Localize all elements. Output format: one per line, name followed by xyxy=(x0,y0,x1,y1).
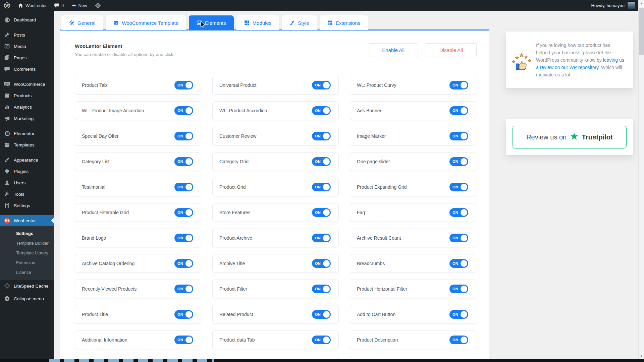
toggle-knob xyxy=(461,209,467,216)
toggle-product-filter[interactable]: ON xyxy=(312,285,331,293)
toggle-knob xyxy=(461,82,467,88)
scroll-up-arrow[interactable]: ▲ xyxy=(639,2,644,5)
scrollbar[interactable]: ▲ ▼ xyxy=(638,0,644,362)
submenu-item-template-library[interactable]: Template Library xyxy=(0,248,54,258)
toggle-ads-banner[interactable]: ON xyxy=(449,106,468,115)
element-card-archive-title: Archive Title ON xyxy=(212,254,339,273)
toggle-wl-product-image-accordion[interactable]: ON xyxy=(174,106,193,115)
posts-icon xyxy=(4,32,10,38)
toggle-category-list[interactable]: ON xyxy=(174,157,193,166)
submenu-item-settings[interactable]: Settings xyxy=(0,229,54,238)
disable-all-button[interactable]: Disable All xyxy=(426,43,477,57)
avatar[interactable] xyxy=(627,1,635,9)
products-icon xyxy=(4,92,10,99)
sidebar-item-dashboard[interactable]: Dashboard xyxy=(0,14,54,25)
toggle-knob xyxy=(461,107,467,114)
toggle-store-features[interactable]: ON xyxy=(312,208,331,217)
wordpress-logo[interactable]: W xyxy=(0,0,14,11)
toggle-knob xyxy=(323,209,330,216)
sidebar-item-products[interactable]: Products xyxy=(0,90,54,101)
toggle-product-horizontal-filter[interactable]: ON xyxy=(449,285,468,293)
toggle-special-day-offer[interactable]: ON xyxy=(174,132,193,140)
sidebar-item-appearance[interactable]: Appearance xyxy=(0,154,54,166)
toggle-archive-result-count[interactable]: ON xyxy=(449,234,468,242)
toggle-category-grid[interactable]: ON xyxy=(312,157,331,166)
toggle-universal-product[interactable]: ON xyxy=(312,81,331,89)
toggle-one-page-slider[interactable]: ON xyxy=(449,157,468,166)
toggle-breadcrumbs[interactable]: ON xyxy=(449,259,468,268)
sidebar-item-comments[interactable]: Comments xyxy=(0,63,54,75)
scroll-down-arrow[interactable]: ▼ xyxy=(639,355,644,358)
toggle-product-filterable-grid[interactable]: ON xyxy=(174,208,193,217)
tab-modules[interactable]: Modules xyxy=(236,15,279,30)
page-subtitle: You can enable or disable all options by… xyxy=(75,52,174,57)
tab-style[interactable]: Style xyxy=(282,15,317,30)
sidebar-item-media[interactable]: Media xyxy=(0,41,54,52)
toggle-product-tab[interactable]: ON xyxy=(174,81,193,89)
element-label: Customer Review xyxy=(219,133,256,139)
element-label: Category List xyxy=(82,159,109,164)
toggle-testimonial[interactable]: ON xyxy=(174,183,193,191)
toggle-product-data-tab[interactable]: ON xyxy=(312,336,331,344)
tab-elements[interactable]: Elements xyxy=(189,15,234,30)
sidebar-item-elementor[interactable]: Elementor xyxy=(0,128,54,139)
sidebar-item-litespeed-cache[interactable]: LiteSpeed Cache xyxy=(0,280,54,292)
toggle-wl-product-curvy[interactable]: ON xyxy=(449,81,468,89)
menu-separator xyxy=(0,211,54,215)
element-card-ads-banner: Ads Banner ON xyxy=(350,101,476,120)
toggle-product-archive[interactable]: ON xyxy=(312,234,331,242)
sidebar-item-users[interactable]: Users xyxy=(0,177,54,188)
toggle-wl-product-accordion[interactable]: ON xyxy=(312,106,331,115)
sidebar-item-pages[interactable]: Pages xyxy=(0,52,54,63)
toggle-product-description[interactable]: ON xyxy=(449,336,468,344)
trustpilot-review-button[interactable]: Review us on ★ Trustpilot xyxy=(513,126,627,148)
element-label: Breadcrumbs xyxy=(357,261,385,266)
element-label: Archive Catalog Ordering xyxy=(82,261,135,266)
toggle-product-expanding-grid[interactable]: ON xyxy=(449,183,468,191)
new-content-link[interactable]: New xyxy=(68,0,91,11)
toggle-add-to-cart-button[interactable]: ON xyxy=(449,310,468,319)
sidebar-item-woolentor[interactable]: WL WooLentor xyxy=(0,215,54,226)
toggle-product-title[interactable]: ON xyxy=(174,310,193,319)
submenu-item-licence[interactable]: Licence xyxy=(0,267,54,277)
toggle-product-grid[interactable]: ON xyxy=(312,183,331,191)
sidebar-item-posts[interactable]: Posts xyxy=(0,29,54,41)
toggle-recently-viewed-products[interactable]: ON xyxy=(174,285,193,293)
modules-icon xyxy=(244,20,250,25)
toggle-brand-logo[interactable]: ON xyxy=(174,234,193,242)
submenu-item-template-builder[interactable]: Template Builder xyxy=(0,238,54,248)
tab-extensions[interactable]: Extensions xyxy=(320,15,368,30)
sidebar-item-templates[interactable]: Templates xyxy=(0,139,54,150)
site-name-link[interactable]: WooLentor xyxy=(14,0,50,11)
sidebar-item-collapse-menu[interactable]: Collapse menu xyxy=(0,293,54,304)
sidebar-item-tools[interactable]: Tools xyxy=(0,188,54,200)
sidebar-item-marketing[interactable]: Marketing xyxy=(0,113,54,124)
sidebar-item-analytics[interactable]: Analytics xyxy=(0,101,54,113)
element-card-store-features: Store Features ON xyxy=(212,203,339,222)
toggle-customer-review[interactable]: ON xyxy=(312,132,331,140)
sidebar-item-settings[interactable]: Settings xyxy=(0,200,54,211)
toggle-knob xyxy=(323,235,330,241)
toggle-archive-title[interactable]: ON xyxy=(312,259,331,268)
tab-woocommerce-template[interactable]: WooCommerce Template xyxy=(106,15,186,30)
toggle-faq[interactable]: ON xyxy=(449,208,468,217)
comments-link[interactable]: 0 xyxy=(50,0,67,11)
howdy-text[interactable]: Howdy, humayun xyxy=(591,3,625,8)
pages-icon xyxy=(4,54,10,61)
sidebar-item-woocommerce[interactable]: Woo WooCommerce xyxy=(0,78,54,90)
toggle-image-marker[interactable]: ON xyxy=(449,132,468,140)
toggle-additional-information[interactable]: ON xyxy=(174,336,193,344)
enable-all-button[interactable]: Enable All xyxy=(369,43,418,57)
comments-icon xyxy=(4,66,10,72)
litespeed-icon xyxy=(4,283,10,289)
element-label: Product Title xyxy=(82,312,108,317)
sidebar-item-plugins[interactable]: Plugins xyxy=(0,166,54,177)
scrollbar-thumb[interactable] xyxy=(639,8,644,55)
tab-general[interactable]: General xyxy=(61,15,103,30)
element-label: One page slider xyxy=(357,159,390,164)
review-request-text: If you’re loving how our product has hel… xyxy=(536,42,625,79)
toggle-related-product[interactable]: ON xyxy=(312,310,331,319)
toggle-archive-catalog-ordering[interactable]: ON xyxy=(174,259,193,268)
litespeed-adminbar-button[interactable] xyxy=(91,0,105,11)
submenu-item-extension[interactable]: Extension xyxy=(0,258,54,267)
